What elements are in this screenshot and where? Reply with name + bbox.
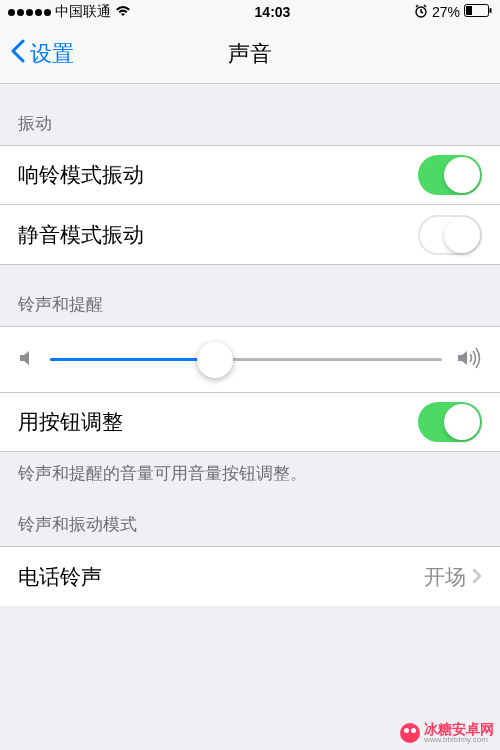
toggle-vibrate-on-ring[interactable] (418, 155, 482, 195)
row-vibrate-on-ring[interactable]: 响铃模式振动 (0, 145, 500, 205)
row-vibrate-on-silent[interactable]: 静音模式振动 (0, 205, 500, 265)
row-ringtone[interactable]: 电话铃声 开场 (0, 546, 500, 606)
volume-low-icon (18, 348, 36, 372)
alarm-icon (414, 4, 428, 21)
battery-percent: 27% (432, 4, 460, 20)
status-right: 27% (414, 4, 492, 21)
watermark-en: www.btxtdmy.com (424, 736, 494, 744)
toggle-vibrate-on-silent[interactable] (418, 215, 482, 255)
ringtone-value: 开场 (424, 563, 466, 591)
chevron-left-icon (10, 39, 26, 69)
svg-rect-2 (466, 6, 472, 15)
nav-bar: 设置 声音 (0, 24, 500, 84)
section-footer-ringer: 铃声和提醒的音量可用音量按钮调整。 (0, 452, 500, 485)
volume-slider[interactable] (50, 358, 442, 361)
carrier-label: 中国联通 (55, 3, 111, 21)
battery-icon (464, 4, 492, 20)
watermark: 冰糖安卓网 www.btxtdmy.com (400, 722, 494, 744)
volume-high-icon (456, 347, 482, 373)
clock: 14:03 (255, 4, 291, 20)
wifi-icon (115, 4, 131, 20)
row-change-with-buttons[interactable]: 用按钮调整 (0, 392, 500, 452)
row-label: 响铃模式振动 (18, 161, 144, 189)
slider-thumb[interactable] (197, 342, 233, 378)
svg-rect-3 (490, 8, 492, 13)
section-header-ringer: 铃声和提醒 (0, 265, 500, 326)
row-label: 静音模式振动 (18, 221, 144, 249)
status-bar: 中国联通 14:03 27% (0, 0, 500, 24)
section-header-patterns: 铃声和振动模式 (0, 485, 500, 546)
watermark-cn: 冰糖安卓网 (424, 722, 494, 736)
back-button[interactable]: 设置 (10, 39, 74, 69)
page-title: 声音 (228, 39, 272, 69)
row-detail: 开场 (424, 563, 482, 591)
chevron-right-icon (472, 565, 482, 589)
signal-dots-icon (8, 9, 51, 16)
row-volume-slider (0, 326, 500, 392)
status-left: 中国联通 (8, 3, 131, 21)
row-label: 用按钮调整 (18, 408, 123, 436)
row-label: 电话铃声 (18, 563, 102, 591)
section-header-vibrate: 振动 (0, 84, 500, 145)
back-label: 设置 (30, 39, 74, 69)
watermark-logo-icon (400, 723, 420, 743)
toggle-change-with-buttons[interactable] (418, 402, 482, 442)
